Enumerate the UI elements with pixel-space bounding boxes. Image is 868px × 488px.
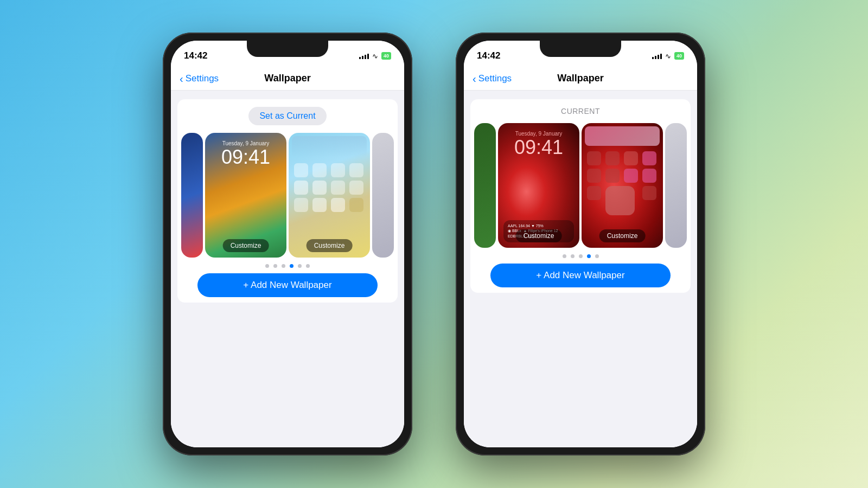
status-icons-1: ∿ 40 — [359, 52, 391, 60]
back-label-2: Settings — [478, 73, 512, 84]
status-icons-2: ∿ 40 — [652, 52, 684, 60]
add-wallpaper-button-2[interactable]: + Add New Wallpaper — [490, 264, 671, 287]
chevron-left-icon-2: ‹ — [473, 73, 476, 84]
app-icon — [642, 169, 656, 183]
app-grid-2 — [585, 149, 660, 217]
home-top-area-1 — [292, 136, 367, 158]
dot2-5 — [595, 254, 599, 258]
wifi-icon-2: ∿ — [665, 52, 671, 60]
chevron-left-icon-1: ‹ — [180, 73, 183, 84]
app-icon — [312, 198, 327, 212]
app-icon — [605, 169, 620, 183]
side-preview-right-1 — [372, 133, 394, 258]
phone-2-content: 14:42 ∿ 40 ‹ — [464, 41, 697, 447]
preview-row-1: Tuesday, 9 January 09:41 Customize — [182, 133, 393, 258]
app-icon — [349, 181, 363, 195]
nav-title-1: Wallpaper — [264, 73, 310, 84]
notch-2 — [540, 41, 621, 57]
side-preview-left-2 — [474, 123, 496, 248]
dot-1 — [265, 264, 269, 268]
app-icon — [294, 198, 308, 212]
app-icon-large — [605, 186, 635, 215]
app-icon — [349, 163, 363, 177]
add-wallpaper-button-1[interactable]: + Add New Wallpaper — [197, 273, 378, 297]
customize-home-btn-1[interactable]: Customize — [307, 239, 353, 252]
app-icon — [642, 151, 656, 165]
side-preview-left-1 — [181, 133, 203, 258]
app-icon — [587, 169, 601, 183]
app-icon — [642, 186, 656, 200]
phone-1-content: 14:42 ∿ 40 ‹ — [171, 41, 404, 447]
nav-bar-2: ‹ Settings Wallpaper — [464, 67, 697, 91]
dots-row-1 — [265, 264, 310, 268]
dots-row-2 — [563, 254, 599, 258]
dot-5 — [298, 264, 302, 268]
app-icon — [294, 181, 308, 195]
dot2-1 — [563, 254, 566, 258]
home-screen-preview-1[interactable]: Customize — [289, 133, 370, 258]
app-icon — [587, 186, 601, 200]
scene: 14:42 ∿ 40 ‹ — [0, 0, 868, 488]
wallpaper-section-2: CURRENT Tuesday, 9 January 09:41 — [470, 99, 691, 293]
phone-2: 14:42 ∿ 40 ‹ — [456, 33, 705, 455]
phone-1-screen: 14:42 ∿ 40 ‹ — [171, 41, 404, 447]
dot-3 — [282, 264, 285, 268]
wifi-icon-1: ∿ — [372, 52, 378, 60]
lock-time-2: 09:41 — [503, 138, 574, 157]
side-preview-right-2 — [665, 123, 687, 248]
app-icon — [312, 181, 327, 195]
status-time-2: 14:42 — [477, 50, 500, 61]
app-icon — [587, 151, 601, 165]
dot-6 — [306, 264, 310, 268]
signal-icon-2 — [652, 53, 662, 59]
wallpaper-section-1: Set as Current Tuesday, 9 January 09:41 — [177, 99, 398, 303]
battery-icon-1: 40 — [381, 52, 391, 60]
app-icon — [349, 198, 363, 212]
preview-row-2: Tuesday, 9 January 09:41 AAPL 164.94 ▼ 7… — [475, 123, 686, 248]
scroll-content-1: Set as Current Tuesday, 9 January 09:41 — [171, 91, 404, 447]
customize-home-btn-2[interactable]: Customize — [599, 229, 646, 242]
dot2-4-active — [587, 254, 591, 258]
dot-2 — [273, 264, 277, 268]
app-icon — [624, 169, 638, 183]
notch-1 — [247, 41, 328, 57]
phone-2-screen: 14:42 ∿ 40 ‹ — [464, 41, 697, 447]
app-icon — [294, 163, 308, 177]
app-icon — [331, 198, 345, 212]
battery-icon-2: 40 — [674, 52, 684, 60]
app-icon — [312, 163, 327, 177]
lock-screen-preview-2[interactable]: Tuesday, 9 January 09:41 AAPL 164.94 ▼ 7… — [498, 123, 579, 248]
signal-icon-1 — [359, 53, 369, 59]
customize-lock-btn-1[interactable]: Customize — [223, 239, 269, 252]
app-icon — [605, 151, 620, 165]
app-icon — [331, 163, 345, 177]
nav-title-2: Wallpaper — [557, 73, 603, 84]
lock-screen-preview-1[interactable]: Tuesday, 9 January 09:41 Customize — [205, 133, 286, 258]
app-icon — [624, 151, 638, 165]
back-button-1[interactable]: ‹ Settings — [180, 73, 219, 84]
set-as-current-button[interactable]: Set as Current — [248, 107, 326, 125]
current-label: CURRENT — [561, 107, 600, 115]
home-screen-preview-2[interactable]: Customize — [582, 123, 663, 248]
phone-1: 14:42 ∿ 40 ‹ — [163, 33, 412, 455]
app-grid-1 — [292, 161, 367, 214]
back-label-1: Settings — [186, 73, 219, 84]
status-time-1: 14:42 — [184, 50, 207, 61]
customize-lock-btn-2[interactable]: Customize — [516, 229, 562, 242]
scroll-content-2: CURRENT Tuesday, 9 January 09:41 — [464, 91, 697, 447]
dot2-3 — [579, 254, 583, 258]
lock-time-1: 09:41 — [210, 147, 281, 167]
back-button-2[interactable]: ‹ Settings — [473, 73, 512, 84]
dot-4-active — [290, 264, 293, 268]
app-icon — [331, 181, 345, 195]
nav-bar-1: ‹ Settings Wallpaper — [171, 67, 404, 91]
dot2-2 — [571, 254, 575, 258]
